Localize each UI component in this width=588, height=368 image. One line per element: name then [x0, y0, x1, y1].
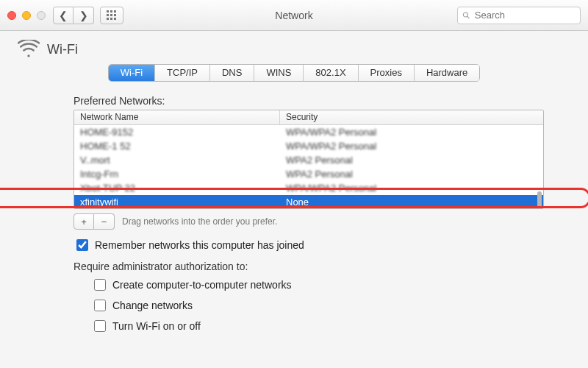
wifi-icon: [18, 40, 40, 60]
table-toolbar: + − Drag networks into the order you pre…: [74, 213, 544, 230]
cell-security: WPA2 Personal: [280, 167, 543, 181]
cell-name: xfinitywifi: [74, 195, 280, 209]
opt-create-adhoc-label: Create computer-to-computer networks: [112, 279, 292, 291]
opt-toggle-wifi-label: Turn Wi-Fi on or off: [112, 320, 201, 332]
search-icon: [462, 11, 470, 20]
cell-name: V..mort: [74, 153, 280, 167]
cell-name: Intcg-Frn: [74, 167, 280, 181]
opt-toggle-wifi-row[interactable]: Turn Wi-Fi on or off: [91, 318, 544, 334]
tab-tcpip[interactable]: TCP/IP: [155, 65, 210, 81]
opt-toggle-wifi-checkbox[interactable]: [94, 320, 106, 332]
table-row-selected[interactable]: xfinitywifi None: [74, 195, 543, 209]
svg-point-0: [463, 12, 467, 16]
add-remove-group: + −: [74, 213, 115, 230]
show-all-prefs-button[interactable]: [100, 7, 123, 24]
minimize-window-icon[interactable]: [22, 11, 31, 20]
remove-network-button[interactable]: −: [94, 213, 115, 230]
content-area: Preferred Networks: Network Name Securit…: [0, 82, 588, 334]
cell-name: HOME-1 52: [74, 139, 280, 153]
close-window-icon[interactable]: [7, 11, 16, 20]
column-network-name[interactable]: Network Name: [74, 110, 280, 124]
back-button[interactable]: ❮: [53, 7, 74, 24]
require-auth-label: Require administrator authorization to:: [74, 261, 544, 272]
window-toolbar: ❮ ❯ Network: [0, 0, 588, 31]
cell-security: WPA/WPA2 Personal: [280, 181, 543, 195]
cell-security: WPA/WPA2 Personal: [280, 139, 543, 153]
table-row[interactable]: HOME-1 52 WPA/WPA2 Personal: [74, 139, 543, 153]
table-row[interactable]: V..mort WPA2 Personal: [74, 153, 543, 167]
add-network-button[interactable]: +: [74, 213, 94, 230]
traffic-lights: [7, 11, 46, 20]
opt-change-networks-row[interactable]: Change networks: [91, 297, 544, 314]
tab-wins[interactable]: WINS: [254, 65, 304, 81]
cell-name: Xbot-TUP 22: [74, 181, 280, 195]
scrollbar-thumb[interactable]: [537, 191, 542, 208]
tab-hardware[interactable]: Hardware: [415, 65, 479, 81]
tab-8021x[interactable]: 802.1X: [304, 65, 358, 81]
zoom-window-icon[interactable]: [37, 11, 46, 20]
table-row[interactable]: HOME-9152 WPA/WPA2 Personal: [74, 125, 543, 139]
preferred-networks-table[interactable]: Network Name Security HOME-9152 WPA/WPA2…: [74, 110, 544, 209]
search-field-wrapper[interactable]: [457, 7, 581, 24]
svg-line-1: [467, 16, 470, 18]
search-input[interactable]: [473, 9, 576, 21]
table-header: Network Name Security: [74, 110, 543, 125]
table-body: HOME-9152 WPA/WPA2 Personal HOME-1 52 WP…: [74, 125, 543, 209]
table-row[interactable]: Xbot-TUP 22 WPA/WPA2 Personal: [74, 181, 543, 195]
column-security[interactable]: Security: [280, 110, 543, 124]
cell-security: WPA/WPA2 Personal: [280, 125, 543, 139]
remember-networks-checkbox[interactable]: [76, 239, 88, 251]
preferred-networks-label: Preferred Networks:: [74, 95, 544, 107]
require-auth-list: Create computer-to-computer networks Cha…: [74, 277, 544, 334]
cell-security: WPA2 Personal: [280, 153, 543, 167]
tab-proxies[interactable]: Proxies: [359, 65, 415, 81]
grid-icon: [107, 10, 117, 21]
page-header: Wi-Fi: [0, 31, 588, 64]
tabs-group: Wi-Fi TCP/IP DNS WINS 802.1X Proxies Har…: [108, 64, 481, 82]
tabs-row: Wi-Fi TCP/IP DNS WINS 802.1X Proxies Har…: [0, 64, 588, 82]
opt-create-adhoc-checkbox[interactable]: [94, 279, 106, 291]
cell-security: None: [280, 195, 543, 209]
forward-button[interactable]: ❯: [74, 7, 94, 24]
opt-change-networks-checkbox[interactable]: [94, 300, 106, 311]
page-title: Wi-Fi: [47, 42, 78, 57]
tab-dns[interactable]: DNS: [210, 65, 254, 81]
remember-networks-row[interactable]: Remember networks this computer has join…: [74, 237, 544, 253]
table-row[interactable]: Intcg-Frn WPA2 Personal: [74, 167, 543, 181]
drag-hint: Drag networks into the order you prefer.: [122, 216, 277, 227]
remember-networks-label: Remember networks this computer has join…: [95, 239, 304, 251]
opt-change-networks-label: Change networks: [112, 300, 193, 311]
tab-wifi[interactable]: Wi-Fi: [109, 65, 155, 81]
cell-name: HOME-9152: [74, 125, 280, 139]
opt-create-adhoc-row[interactable]: Create computer-to-computer networks: [91, 277, 544, 293]
